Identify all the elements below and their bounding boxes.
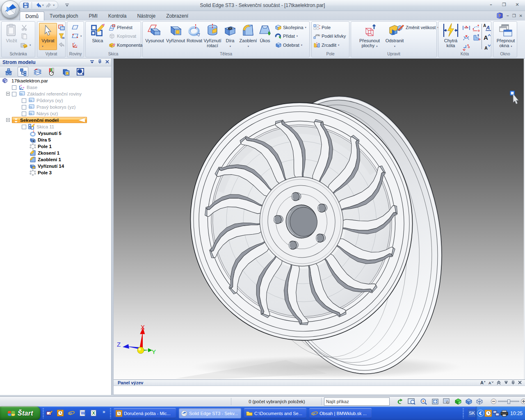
button-kopirovat-skica[interactable]: Kopírovat — [109, 32, 136, 41]
document-restore-button[interactable]: ❐ — [512, 14, 516, 18]
tree-item-vyriznuti-14[interactable]: Vyříznutí 14 — [0, 163, 111, 169]
language-indicator[interactable]: SK — [468, 409, 476, 417]
status-view-styles-button[interactable] — [476, 398, 483, 405]
button-vlozit-special[interactable]: ▾ — [21, 41, 31, 50]
quicklaunch-word-button[interactable]: W — [79, 410, 86, 416]
button-prenest[interactable]: Přenést — [109, 23, 132, 32]
zoom-slider-track[interactable] — [498, 401, 519, 402]
tree-item-ref-planes[interactable]: Základní referenční roviny — [0, 91, 111, 97]
tree-toolbar-layers-button[interactable] — [32, 67, 43, 77]
visibility-checkbox[interactable] — [22, 112, 26, 116]
dropdown-arrow[interactable]: ▾ — [338, 43, 339, 47]
button-kopirovat-schranka[interactable] — [21, 32, 27, 41]
button-souradny-system[interactable]: zy — [72, 41, 78, 50]
dropdown-arrow[interactable]: ▾ — [394, 45, 395, 48]
button-delka-oblouku[interactable] — [472, 23, 480, 32]
dropdown-arrow[interactable]: ▾ — [511, 45, 512, 48]
dropdown-arrow[interactable]: ▾ — [248, 45, 249, 48]
prompt-pin-icon[interactable] — [511, 381, 515, 385]
quicklaunch-internet-explorer-button[interactable]: e — [68, 410, 75, 416]
visibility-checkbox[interactable] — [22, 98, 26, 103]
dropdown-arrow[interactable]: ▾ — [297, 34, 298, 38]
button-ukos[interactable]: Úkos — [257, 23, 273, 51]
button-vybrat-oknem[interactable] — [58, 23, 65, 32]
tab-pmi[interactable]: PMI — [83, 11, 103, 21]
hide-icons-chevron[interactable] — [477, 410, 484, 417]
button-vyriznout[interactable]: Vyříznout — [165, 23, 186, 51]
button-rovina-podle[interactable]: ▾ — [72, 32, 82, 41]
tree-item-zaobleni-1[interactable]: Zaoblení 1 — [0, 156, 111, 163]
tree-item-pole-3[interactable]: Pole 3 — [0, 169, 111, 176]
tree-item-base[interactable]: zxBase — [0, 84, 111, 91]
tab-zobrazeni[interactable]: Zobrazení — [161, 11, 194, 21]
collapse-icon[interactable] — [497, 381, 501, 385]
zoom-out-icon[interactable] — [491, 398, 497, 404]
button-odebrat[interactable]: Odebrat▾ — [275, 41, 302, 50]
tree-item-sekvencni-model[interactable]: Sekvenční model — [0, 117, 111, 123]
font-decrease-icon[interactable]: A — [488, 380, 493, 385]
button-pridat[interactable]: Přidat▾ — [275, 32, 298, 41]
button-skorepina[interactable]: Skořepina▾ — [275, 23, 306, 32]
quicklaunch-excel-button[interactable]: X — [90, 410, 97, 416]
tray-network-icon[interactable] — [493, 410, 500, 417]
document-close-button[interactable]: ✕ — [519, 14, 523, 18]
panel-menu-small-icon[interactable] — [504, 381, 508, 385]
dropdown-arrow[interactable]: ▾ — [42, 45, 43, 48]
customize-quick-access-button[interactable] — [64, 2, 70, 9]
start-button[interactable]: Štart — [0, 406, 40, 420]
button-text-mensi[interactable]: A — [483, 43, 491, 52]
tree-toolbar-sensors-button[interactable] — [46, 67, 57, 77]
window-close-button[interactable]: ✕ — [513, 2, 522, 8]
tree-item-pudorys[interactable]: Půdorys (xy) — [0, 97, 111, 104]
button-zrusit-vyber[interactable] — [58, 41, 65, 50]
taskbar-button-explorer-folder[interactable]: C:\Documents and Se... — [244, 408, 306, 418]
button-vysunout[interactable]: Vysunout — [144, 23, 165, 51]
status-zoom-button[interactable] — [420, 398, 427, 405]
command-search-input[interactable] — [324, 397, 390, 406]
tree-item-document[interactable]: 17tkaelektron.par — [0, 78, 111, 84]
quicklaunch-outlook-reminder-button[interactable] — [57, 410, 64, 416]
taskbar-button-solid-edge[interactable]: Solid Edge ST3 - Sekv... — [179, 408, 241, 418]
button-vlozit[interactable]: Vložit — [3, 23, 20, 51]
status-fit-button[interactable] — [431, 398, 439, 405]
tree-item-zkoseni-1[interactable]: Zkosení 1 — [0, 150, 111, 156]
button-dira[interactable]: Díra▾ — [222, 23, 238, 51]
button-presunout-plochy[interactable]: Přesunoutplochy ▾ — [357, 23, 382, 51]
status-refresh-window-button[interactable] — [396, 398, 404, 405]
button-zmenit-velikost[interactable]: Změnit velikost▾ — [397, 23, 439, 32]
panel-menu-icon[interactable] — [90, 60, 94, 64]
button-text-profil[interactable]: AA — [483, 23, 491, 32]
visibility-checkbox[interactable] — [22, 105, 26, 110]
tray-printer-icon[interactable] — [500, 410, 508, 417]
dropdown-arrow[interactable]: ▾ — [301, 43, 302, 47]
tab-domu[interactable]: Domů — [20, 11, 44, 21]
button-rovina[interactable] — [72, 23, 79, 32]
graphics-viewport[interactable]: X Z Y — [114, 59, 524, 379]
button-filtr-vyberu[interactable]: H — [58, 32, 65, 41]
document-minimize-button[interactable]: – — [507, 14, 509, 18]
tab-nastroje[interactable]: Nástroje — [132, 11, 161, 21]
button-zrcadlit[interactable]: Zrcadlit▾ — [313, 41, 339, 50]
save-button[interactable] — [22, 2, 30, 9]
button-chytra-kota[interactable]: Chytrákóta — [441, 23, 461, 51]
application-menu-button[interactable] — [1, 0, 19, 18]
button-text-vetsi[interactable]: A — [483, 33, 491, 42]
button-vzdalenost-mezi[interactable] — [462, 23, 470, 32]
tree-item-pravy-bokorys[interactable]: Pravý bokorys (yz) — [0, 104, 111, 110]
tree-item-pole-1[interactable]: Pole 1 — [0, 143, 111, 150]
window-restore-button[interactable]: ❐ — [500, 2, 509, 8]
undo-dropdown-arrow[interactable]: ▾ — [42, 4, 44, 7]
tree-item-dira-5[interactable]: Díra 5 — [0, 137, 111, 143]
redo-dropdown-arrow[interactable]: ▾ — [53, 4, 55, 7]
dropdown-arrow[interactable]: ▾ — [305, 26, 306, 29]
tree-item-narys[interactable]: Nárys (xz) — [0, 110, 111, 117]
help-icon[interactable]: ? — [496, 12, 503, 19]
status-pan-button[interactable] — [443, 398, 451, 405]
button-uhel-mezi[interactable] — [462, 33, 470, 42]
taskbar-button-outlook-inbox[interactable]: Doručená pošta - Mic... — [114, 408, 176, 418]
status-view-orientation-button[interactable] — [466, 398, 472, 405]
visibility-checkbox[interactable] — [12, 92, 16, 96]
tab-kontrola[interactable]: Kontrola — [103, 11, 132, 21]
button-skica[interactable]: Skica — [88, 23, 107, 51]
button-souradnicova-kota[interactable] — [462, 43, 470, 52]
